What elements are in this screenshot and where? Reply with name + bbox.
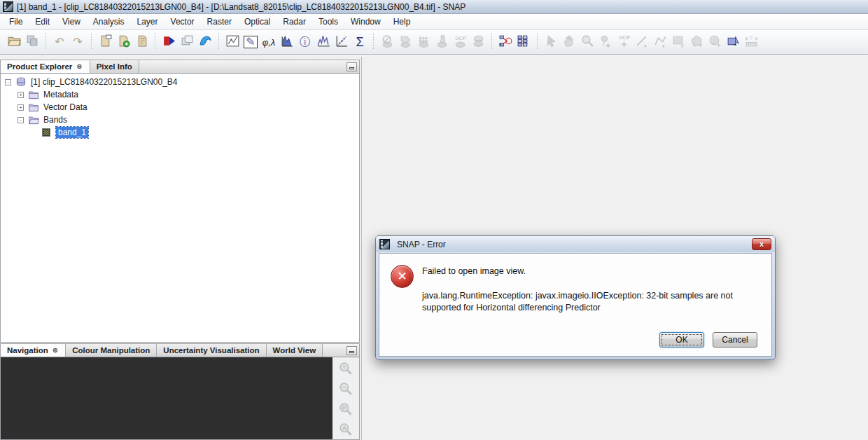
tree-node-label: Bands: [43, 115, 67, 125]
menu-window[interactable]: Window: [344, 15, 387, 29]
menu-layer[interactable]: Layer: [131, 15, 164, 29]
pin-tool-button[interactable]: [596, 33, 615, 51]
explorer-tab-pixel-info[interactable]: Pixel Info: [90, 60, 139, 73]
histogram-icon: [280, 34, 295, 50]
tab-label: World View: [273, 346, 316, 355]
folder-open-icon: [28, 115, 39, 125]
tree-row-vector-data[interactable]: +Vector Data: [1, 101, 359, 114]
profile-plot-icon: [225, 34, 240, 50]
undo-button[interactable]: ↶: [50, 33, 69, 51]
gcp-tool-button[interactable]: GCP: [615, 33, 633, 51]
import-product-button[interactable]: [96, 33, 114, 51]
draw-pen-button[interactable]: ✎: [241, 33, 260, 51]
rgb-image-view-button[interactable]: [160, 33, 178, 51]
zoom-tool-button[interactable]: [578, 33, 596, 51]
dialog-close-button[interactable]: x: [752, 238, 771, 250]
menu-file[interactable]: File: [3, 15, 29, 29]
rectangle-tool-icon: [671, 34, 686, 50]
pin-disabled-button[interactable]: [378, 33, 396, 51]
line-tool-button[interactable]: [633, 33, 651, 51]
pin-grid-button[interactable]: [414, 33, 433, 51]
zoom-in-button[interactable]: +: [337, 361, 354, 378]
gcp-display-button[interactable]: GCP: [451, 33, 469, 51]
selection-tool-button[interactable]: [542, 33, 560, 51]
statistics-icon: Σ: [356, 36, 363, 48]
pin-import-button[interactable]: [433, 33, 451, 51]
ellipse-tool-button[interactable]: [706, 33, 724, 51]
bottom-tab-world-view[interactable]: World View: [267, 344, 323, 357]
export-product-button[interactable]: [132, 33, 150, 51]
batch-processing-icon: [517, 34, 531, 50]
world-wave-button[interactable]: [196, 33, 214, 51]
geo-coordinates-button[interactable]: φ,λ: [260, 33, 278, 51]
tree-row--1-clip-lc81840322015213lgn00-b4[interactable]: -[1] clip_LC81840322015213LGN00_B4: [1, 76, 359, 88]
zoom-pixel-icon: P: [338, 401, 354, 417]
rectangle-tool-button[interactable]: [669, 33, 687, 51]
menu-help[interactable]: Help: [387, 15, 417, 29]
bottom-tab-uncertainty-visualisation[interactable]: Uncertainty Visualisation: [157, 344, 266, 357]
cancel-button[interactable]: Cancel: [713, 332, 757, 348]
polyline-tool-button[interactable]: [651, 33, 669, 51]
menu-view[interactable]: View: [56, 15, 87, 29]
menu-raster[interactable]: Raster: [201, 15, 238, 29]
bottom-tab-colour-manipulation[interactable]: Colour Manipulation: [66, 344, 157, 357]
open-product-button[interactable]: [5, 33, 23, 51]
histogram-button[interactable]: [278, 33, 296, 51]
explorer-tab-product-explorer[interactable]: Product Explorer⊗: [1, 60, 90, 73]
menu-optical[interactable]: Optical: [238, 15, 276, 29]
magic-wand-tool-button[interactable]: *: [724, 33, 742, 51]
explorer-tab-row: Product Explorer⊗Pixel Info: [0, 60, 360, 74]
collapse-icon[interactable]: -: [18, 117, 24, 123]
bottom-tab-navigation[interactable]: Navigation⊗: [1, 344, 66, 357]
svg-text:+: +: [342, 364, 346, 371]
menu-analysis[interactable]: Analysis: [87, 15, 131, 29]
zoom-pixel-button[interactable]: P: [337, 401, 354, 418]
menu-tools[interactable]: Tools: [312, 15, 344, 29]
toolbar-separator: [155, 34, 155, 50]
tab-close-icon[interactable]: ⊗: [76, 62, 83, 71]
polygon-tool-button[interactable]: [687, 33, 706, 51]
explorer-minimize-button[interactable]: [346, 62, 357, 71]
navigation-panel: +−PA: [0, 357, 360, 440]
profile-plot-button[interactable]: [223, 33, 241, 51]
menu-radar[interactable]: Radar: [276, 15, 312, 29]
pin-export-icon: [398, 34, 413, 50]
menu-edit[interactable]: Edit: [29, 15, 56, 29]
pin-export-button[interactable]: [396, 33, 414, 51]
batch-processing-button[interactable]: [514, 33, 533, 51]
zoom-all-icon: A: [338, 422, 354, 437]
zoom-all-button[interactable]: A: [337, 422, 354, 439]
bottom-minimize-button[interactable]: [346, 346, 357, 355]
pin-manager-button[interactable]: [469, 33, 487, 51]
svg-text:P: P: [342, 404, 346, 411]
save-product-button[interactable]: [23, 33, 41, 51]
statistics-button[interactable]: Σ: [351, 33, 369, 51]
information-button[interactable]: ⓘ: [296, 33, 314, 51]
expand-icon[interactable]: +: [18, 104, 24, 111]
zoom-out-button[interactable]: −: [337, 381, 354, 398]
import-add-button[interactable]: [114, 33, 132, 51]
menu-vector[interactable]: Vector: [164, 15, 201, 29]
tab-close-icon[interactable]: ⊗: [52, 346, 59, 355]
tree-row-metadata[interactable]: +Metadata: [1, 88, 359, 101]
svg-text:?: ?: [749, 34, 752, 41]
error-dialog-titlebar[interactable]: SNAP - Error x: [376, 236, 775, 252]
tree-row-band-1[interactable]: +band_1: [1, 126, 359, 139]
tab-label: Navigation: [7, 346, 48, 355]
image-views-button[interactable]: [178, 33, 196, 51]
toolbar-group: GCP*?: [540, 33, 762, 51]
toolbar: ↶↷✎φ,λⓘΣGCP*GCP*?: [0, 30, 868, 55]
tab-label: Pixel Info: [97, 62, 132, 71]
folder-icon: [28, 90, 39, 99]
spectrum-view-button[interactable]: [314, 33, 332, 51]
ok-button[interactable]: OK: [659, 332, 704, 348]
redo-button[interactable]: ↷: [69, 33, 87, 51]
expand-icon[interactable]: +: [18, 92, 24, 98]
pan-tool-button[interactable]: [560, 33, 578, 51]
scatter-plot-button[interactable]: [332, 33, 351, 51]
collapse-icon[interactable]: -: [5, 79, 11, 85]
tree-row-bands[interactable]: -Bands: [1, 114, 359, 126]
range-finder-tool-button[interactable]: ?: [742, 33, 760, 51]
navigation-preview-canvas[interactable]: [1, 357, 332, 439]
graph-builder-button[interactable]: *: [496, 33, 514, 51]
